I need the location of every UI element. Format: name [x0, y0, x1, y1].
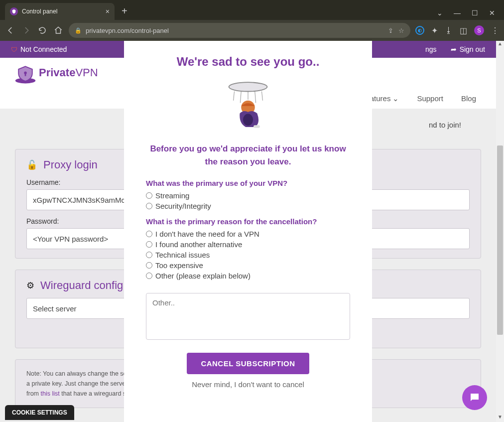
back-icon[interactable] — [5, 26, 16, 35]
opt-no-need[interactable]: I don't have the need for a VPN — [146, 230, 350, 238]
browser-titlebar: Control panel × + ⌄ — ☐ ✕ — [0, 0, 504, 20]
chevron-down-icon[interactable]: ⌄ — [437, 9, 443, 17]
svg-point-10 — [243, 114, 253, 126]
modal-title: We're sad to see you go.. — [146, 55, 350, 69]
tab-favicon — [10, 7, 18, 15]
cookie-settings-button[interactable]: COOKIE SETTINGS — [5, 405, 74, 420]
proxy-heading: Proxy login — [43, 158, 98, 171]
svg-rect-2 — [25, 73, 26, 76]
extension-adblock-icon[interactable]: ◐ — [415, 26, 424, 35]
browser-toolbar: 🔒 privatevpn.com/control-panel ⇪ ☆ ◐ ✦ ⭳… — [0, 20, 504, 41]
tab-close-icon[interactable]: × — [106, 7, 110, 15]
menu-icon[interactable]: ⋮ — [491, 26, 499, 35]
nav-support[interactable]: Support — [417, 94, 443, 103]
opt-expensive[interactable]: Too expensive — [146, 261, 350, 270]
nav-blog[interactable]: Blog — [461, 94, 476, 103]
chat-fab[interactable] — [462, 385, 487, 410]
sidepanel-icon[interactable]: ◫ — [460, 26, 467, 35]
question-primary-use: What was the primary use of your VPN? — [146, 179, 350, 187]
svg-line-6 — [255, 92, 256, 103]
gear-icon: ⚙ — [26, 280, 34, 291]
viewport: 🛡 Not Connected ngs ➦ Sign out — [0, 41, 504, 422]
close-window-icon[interactable]: ✕ — [489, 9, 495, 17]
forward-icon[interactable] — [21, 26, 32, 35]
status-shield-icon: 🛡 — [11, 46, 17, 53]
opt-alternative[interactable]: I found another alternative — [146, 240, 350, 249]
logo-shield-icon — [14, 64, 34, 81]
sad-illustration — [146, 78, 350, 135]
scroll-up-icon[interactable]: ▲ — [496, 41, 504, 49]
modal-subhead: Before you go we'd appreciate if you let… — [149, 142, 347, 168]
new-tab-button[interactable]: + — [122, 5, 127, 17]
svg-line-5 — [240, 92, 241, 103]
svg-rect-11 — [253, 125, 260, 128]
vertical-scrollbar[interactable]: ▲ ▼ — [496, 41, 504, 422]
logo[interactable]: PrivateVPN — [14, 64, 98, 81]
cancel-subscription-button[interactable]: CANCEL SUBSCRIPTION — [187, 353, 309, 374]
extensions-icon[interactable]: ✦ — [431, 26, 438, 35]
url-bar[interactable]: 🔒 privatevpn.com/control-panel ⇪ ☆ — [69, 23, 410, 38]
cancel-subscription-modal: We're sad to see you go.. Before you go … — [124, 41, 372, 422]
scroll-thumb[interactable] — [497, 145, 503, 335]
window-controls: ⌄ — ☐ ✕ — [437, 9, 504, 20]
star-icon[interactable]: ☆ — [398, 27, 404, 34]
opt-security[interactable]: Security/Integrity — [146, 202, 350, 210]
share-icon[interactable]: ⇪ — [388, 27, 393, 34]
download-icon[interactable]: ⭳ — [445, 26, 453, 35]
other-textarea[interactable] — [146, 293, 350, 340]
scroll-down-icon[interactable]: ▼ — [496, 414, 504, 422]
opt-other[interactable]: Other (please explain below) — [146, 272, 350, 280]
minimize-icon[interactable]: — — [454, 9, 461, 17]
home-icon[interactable] — [53, 26, 64, 35]
wireguard-heading: Wireguard config — [40, 279, 123, 292]
signout-icon: ➦ — [451, 45, 457, 53]
reload-icon[interactable] — [37, 26, 48, 35]
profile-avatar[interactable]: S — [474, 25, 484, 35]
unlock-icon: 🔓 — [26, 159, 37, 170]
maximize-icon[interactable]: ☐ — [472, 9, 478, 17]
nav-settings[interactable]: ngs — [425, 45, 437, 53]
lock-icon: 🔒 — [75, 27, 82, 34]
opt-streaming[interactable]: Streaming — [146, 191, 350, 200]
nevermind-link[interactable]: Never mind, I don't want to cancel — [146, 380, 350, 389]
svg-line-4 — [234, 92, 235, 101]
url-text: privatevpn.com/control-panel — [86, 27, 169, 34]
connection-status: Not Connected — [20, 45, 67, 53]
browser-tab[interactable]: Control panel × — [5, 3, 115, 20]
opt-technical[interactable]: Technical issues — [146, 251, 350, 259]
tab-title: Control panel — [22, 8, 57, 15]
svg-line-7 — [262, 92, 263, 101]
question-cancel-reason: What is the primary reason for the cance… — [146, 217, 350, 226]
chevron-down-icon: ⌄ — [392, 94, 399, 103]
svg-point-3 — [229, 82, 267, 91]
signout-link[interactable]: ➦ Sign out — [451, 45, 485, 53]
server-list-link[interactable]: this list — [40, 390, 59, 397]
